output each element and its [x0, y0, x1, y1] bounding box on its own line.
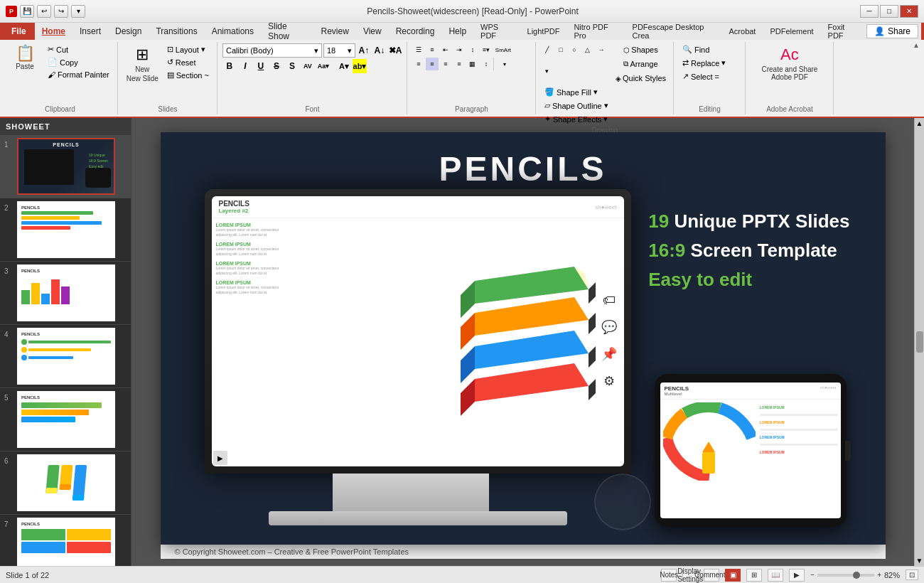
- slideshow-menu[interactable]: Slide Show: [261, 23, 314, 40]
- create-adobe-btn[interactable]: Ac Create and Share Adobe PDF: [751, 43, 829, 83]
- oval-shape[interactable]: ○: [568, 43, 581, 56]
- section-button[interactable]: ▤ Section ~: [163, 69, 213, 81]
- normal-view-btn[interactable]: ▣: [725, 569, 741, 582]
- shape-effects-btn[interactable]: ✦ Shape Effects ▾: [541, 113, 612, 125]
- line-shape[interactable]: ╱: [541, 43, 554, 56]
- col-btn[interactable]: ▦: [466, 58, 479, 70]
- bold-button[interactable]: B: [222, 59, 237, 73]
- align-center-btn[interactable]: ≡: [426, 58, 439, 70]
- scroll-thumb[interactable]: [916, 331, 923, 353]
- notes-btn[interactable]: Notes: [661, 569, 677, 582]
- underline-button[interactable]: U: [254, 59, 268, 73]
- font-size-select[interactable]: 18 ▾: [323, 43, 355, 58]
- redo-button[interactable]: ↪: [54, 5, 68, 18]
- customize-qat-button[interactable]: ▾: [71, 5, 85, 18]
- clear-format-btn[interactable]: ✖A: [388, 43, 402, 58]
- char-spacing-btn[interactable]: AV: [301, 59, 315, 73]
- slide-editing-area[interactable]: PENCILS PENCILS Layered #2: [131, 118, 914, 566]
- triangle-shape[interactable]: △: [581, 43, 594, 56]
- scroll-up-btn[interactable]: ▲: [916, 119, 923, 127]
- layout-button[interactable]: ⊡ Layout ▾: [163, 43, 213, 55]
- shapes-btn[interactable]: ⬡ Shapes: [613, 43, 668, 56]
- align-left-btn[interactable]: ≡: [412, 58, 425, 70]
- strikethrough-button[interactable]: S: [269, 59, 284, 73]
- change-case-btn[interactable]: Aa▾: [316, 59, 331, 73]
- home-menu[interactable]: Home: [35, 23, 72, 40]
- fit-slide-btn[interactable]: ⊡: [906, 569, 918, 580]
- slide-thumb-7[interactable]: 7 PENCILS: [0, 515, 131, 566]
- bullets-button[interactable]: ☰: [412, 43, 425, 56]
- scroll-down-btn[interactable]: ▼: [916, 557, 923, 565]
- share-button[interactable]: 👤 Share: [866, 24, 918, 38]
- format-painter-button[interactable]: 🖌 Format Painter: [44, 69, 113, 80]
- decrease-indent-btn[interactable]: ⇤: [439, 43, 452, 56]
- minimize-button[interactable]: ─: [860, 5, 879, 18]
- paste-button[interactable]: 📋 Paste: [7, 43, 43, 73]
- transitions-menu[interactable]: Transitions: [149, 23, 204, 40]
- help-menu[interactable]: Help: [441, 23, 473, 40]
- numbering-button[interactable]: ≡: [426, 43, 439, 56]
- zoom-slider[interactable]: [817, 574, 874, 577]
- acrobat-menu[interactable]: Acrobat: [722, 23, 763, 40]
- zoom-in-btn[interactable]: +: [877, 571, 881, 579]
- slide-thumb-4[interactable]: 4 PENCILS: [0, 325, 131, 388]
- increase-font-btn[interactable]: A↑: [357, 43, 371, 58]
- slide-thumb-5[interactable]: 5 PENCILS: [0, 388, 131, 451]
- vertical-scrollbar[interactable]: ▲ ▼: [914, 118, 924, 566]
- rect-shape[interactable]: □: [554, 43, 567, 56]
- decrease-font-btn[interactable]: A↓: [372, 43, 387, 58]
- italic-button[interactable]: I: [238, 59, 252, 73]
- nitropdf-menu[interactable]: Nitro PDF Pro: [566, 23, 625, 40]
- reset-button[interactable]: ↺ Reset: [163, 56, 213, 68]
- wpspdf-menu[interactable]: WPS PDF: [473, 23, 520, 40]
- animations-menu[interactable]: Animations: [205, 23, 261, 40]
- review-menu[interactable]: Review: [314, 23, 356, 40]
- tablet-home-button[interactable]: [845, 441, 851, 461]
- replace-btn[interactable]: ⇄ Replace ▾: [679, 57, 729, 69]
- slide-thumb-6[interactable]: 6: [0, 451, 131, 515]
- copy-button[interactable]: 📄 Copy: [44, 56, 113, 68]
- justify-btn[interactable]: ≡: [453, 58, 466, 70]
- view-menu[interactable]: View: [356, 23, 389, 40]
- slide-sorter-btn[interactable]: ⊞: [746, 569, 762, 582]
- zoom-thumb[interactable]: [853, 572, 860, 579]
- ribbon-collapse-btn[interactable]: ▲: [913, 41, 923, 51]
- maximize-button[interactable]: □: [880, 5, 898, 18]
- highlight-btn[interactable]: ab▾: [353, 59, 367, 73]
- more-para-btn[interactable]: ▾: [495, 58, 515, 70]
- close-button[interactable]: ✕: [900, 5, 918, 18]
- insert-menu[interactable]: Insert: [72, 23, 108, 40]
- shadow-button[interactable]: S: [285, 59, 299, 73]
- font-name-select[interactable]: Calibri (Body) ▾: [222, 43, 322, 58]
- quick-styles-btn[interactable]: ◈ Quick Styles: [613, 72, 668, 85]
- reading-view-btn[interactable]: 📖: [768, 569, 783, 582]
- smartart-btn[interactable]: SmArt: [493, 43, 513, 56]
- text-direction-btn[interactable]: ↕: [466, 43, 479, 56]
- slide-thumb-3[interactable]: 3 PENCILS: [0, 262, 131, 325]
- comments-btn[interactable]: Comments: [704, 569, 719, 582]
- shape-fill-btn[interactable]: 🪣 Shape Fill ▾: [541, 86, 612, 98]
- align-text-btn[interactable]: ≡▾: [480, 43, 493, 56]
- align-right-btn[interactable]: ≡: [439, 58, 452, 70]
- lightpdf-menu[interactable]: LightPDF: [520, 23, 567, 40]
- line-spacing-btn[interactable]: ↕: [480, 58, 493, 70]
- increase-indent-btn[interactable]: ⇥: [453, 43, 466, 56]
- zoom-out-btn[interactable]: −: [810, 571, 815, 579]
- find-btn[interactable]: 🔍 Find: [679, 43, 713, 55]
- design-menu[interactable]: Design: [108, 23, 149, 40]
- select-btn[interactable]: ↗ Select =: [679, 70, 723, 82]
- pdfelement-menu[interactable]: PDFelement: [763, 23, 820, 40]
- shape-outline-btn[interactable]: ▱ Shape Outline ▾: [541, 100, 612, 112]
- slideshow-btn[interactable]: ▶: [789, 569, 805, 582]
- slide-thumb-1[interactable]: 1 PENCILS 19 Unique16:9 ScreenEasy edit: [0, 135, 131, 198]
- new-slide-button[interactable]: ⊞ New New Slide: [123, 43, 162, 85]
- foxitpdf-menu[interactable]: Foxit PDF: [821, 23, 866, 40]
- more-shapes[interactable]: ▾: [541, 65, 554, 77]
- pdfescape-menu[interactable]: PDFescape Desktop Crea: [625, 23, 722, 40]
- file-menu[interactable]: File: [3, 23, 35, 40]
- save-button[interactable]: 💾: [20, 5, 34, 18]
- slide-thumb-2[interactable]: 2 PENCILS: [0, 198, 131, 262]
- arrow-shape[interactable]: →: [595, 43, 608, 56]
- cut-button[interactable]: ✂ Cut: [44, 43, 113, 55]
- slide-canvas[interactable]: PENCILS PENCILS Layered #2: [161, 132, 886, 545]
